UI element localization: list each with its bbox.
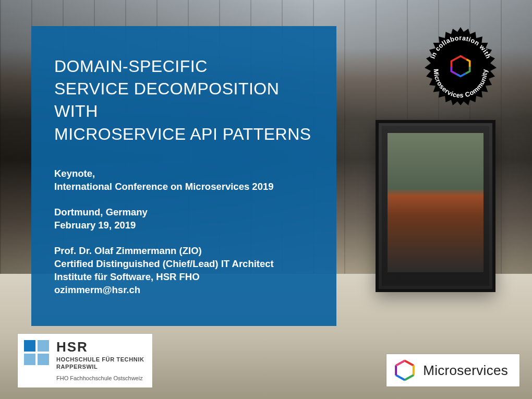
hsr-squares-icon [24,340,49,365]
hsr-logo: HSR HOCHSCHULE FÜR TECHNIK RAPPERSWIL FH… [18,334,152,388]
square-icon [24,340,35,352]
hsr-text: HSR HOCHSCHULE FÜR TECHNIK RAPPERSWIL FH… [56,339,144,381]
microservices-logo: Microservices [386,354,519,386]
event-line: International Conference on Microservice… [54,180,313,194]
author-line: Certified Distinguished (Chief/Lead) IT … [54,258,313,271]
author-block: Prof. Dr. Olaf Zimmermann (ZIO) Certifie… [54,245,313,297]
title-line: SERVICE DECOMPOSITION [54,78,313,100]
hexagon-icon [394,359,416,381]
location-block: Dortmund, Germany February 19, 2019 [54,206,313,232]
hsr-line: RAPPERSWIL [56,364,144,370]
title-line: DOMAIN-SPECIFIC [54,55,313,78]
location-line: Dortmund, Germany [54,206,313,219]
title-line: MICROSERVICE API PATTERNS [54,123,313,146]
author-line: Institute für Software, HSR FHO [54,271,313,284]
presentation-title: DOMAIN-SPECIFIC SERVICE DECOMPOSITION WI… [54,55,313,146]
author-line: ozimmerm@hsr.ch [54,284,313,297]
square-icon [38,354,49,365]
event-line: Keynote, [54,167,313,180]
title-panel: DOMAIN-SPECIFIC SERVICE DECOMPOSITION WI… [31,26,336,326]
slide: DOMAIN-SPECIFIC SERVICE DECOMPOSITION WI… [0,0,532,399]
event-block: Keynote, International Conference on Mic… [54,167,313,194]
hsr-abbr: HSR [56,339,144,355]
title-line: WITH [54,100,313,123]
hexagon-icon [449,55,472,78]
background-entrance [376,120,495,292]
square-icon [24,354,35,365]
badge-hex-wrap [421,27,500,105]
author-line: Prof. Dr. Olaf Zimmermann (ZIO) [54,245,313,258]
square-icon [38,340,49,352]
collaboration-badge: In collaboration with Microservices Comm… [421,27,500,105]
hsr-line: HOCHSCHULE FÜR TECHNIK [56,356,144,362]
hsr-fho: FHO Fachhochschule Ostschweiz [56,375,144,381]
location-line: February 19, 2019 [54,219,313,232]
microservices-label: Microservices [423,362,508,379]
